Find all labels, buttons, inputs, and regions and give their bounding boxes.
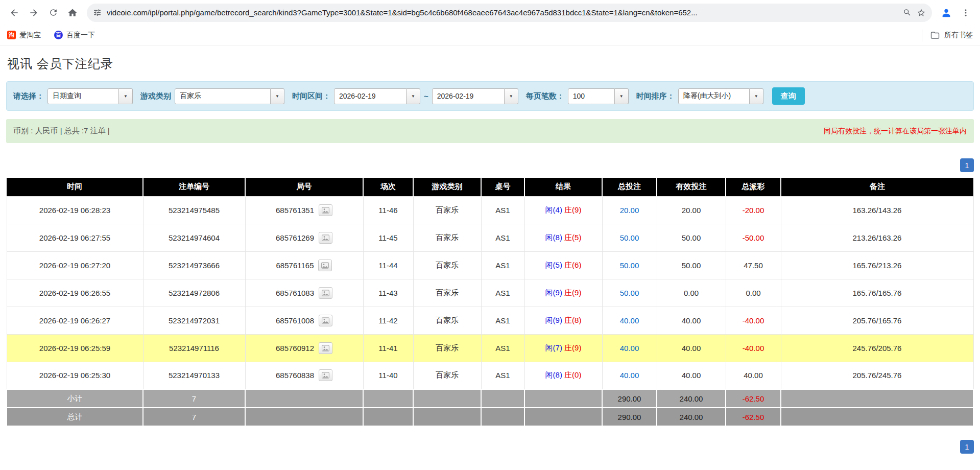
valid-bet-notice: 同局有效投注，统一计算在该局第一张注单内 (824, 127, 967, 136)
page-size-input[interactable] (568, 88, 615, 104)
refresh-button[interactable] (44, 4, 62, 22)
bookmark-baidu[interactable]: 百 百度一下 (54, 31, 95, 40)
browser-menu-icon[interactable] (957, 4, 975, 22)
url-text: videoie.com/ipl/portal.php/game/betrecor… (107, 8, 898, 17)
video-replay-icon[interactable] (318, 260, 332, 271)
round-id-text: 685761165 (276, 261, 314, 270)
header-session: 场次 (363, 178, 413, 196)
cell-total-bet[interactable]: 50.00 (602, 251, 657, 279)
video-replay-icon[interactable] (319, 315, 332, 326)
select-type-dropdown-icon[interactable]: ▼ (119, 88, 133, 104)
video-replay-icon[interactable] (319, 204, 332, 216)
subtotal-total-bet: 290.00 (602, 389, 657, 408)
bookmark-aitaobao[interactable]: 淘 爱淘宝 (7, 31, 41, 40)
cell-total-bet[interactable]: 20.00 (602, 196, 657, 224)
subtotal-payout: -62.50 (726, 389, 781, 408)
cell-total-bet[interactable]: 50.00 (602, 279, 657, 307)
result-player: 闲(7) (545, 343, 562, 352)
page-1-button[interactable]: 1 (960, 440, 974, 454)
forward-button[interactable] (25, 4, 43, 22)
date-from-dropdown-icon[interactable]: ▼ (407, 88, 420, 104)
cell-session: 11-46 (363, 196, 413, 224)
cell-remark: 205.76/245.76 (781, 362, 973, 389)
game-type-input[interactable] (175, 88, 271, 104)
cell-bet-id: 523214971116 (143, 334, 245, 362)
cell-round-id: 685761008 (245, 307, 363, 334)
bookmark-star-icon[interactable] (917, 8, 926, 17)
all-bookmarks[interactable]: 所有书签 (922, 29, 973, 41)
date-from-input[interactable] (334, 88, 407, 104)
game-type-dropdown-icon[interactable]: ▼ (271, 88, 284, 104)
cell-remark: 165.76/165.76 (781, 279, 973, 307)
sort-dropdown-icon[interactable]: ▼ (750, 88, 763, 104)
cell-bet-id: 523214974604 (143, 224, 245, 251)
page-content: 视讯 会员下注纪录 请选择： ▼ 游戏类别 ▼ 时间区间： ▼ ~ ▼ 每页笔数… (0, 45, 980, 454)
back-button[interactable] (5, 4, 23, 22)
cell-session: 11-43 (363, 279, 413, 307)
query-button[interactable]: 查询 (772, 87, 805, 105)
video-replay-icon[interactable] (319, 287, 332, 299)
video-replay-icon[interactable] (319, 342, 332, 354)
aitaobao-favicon: 淘 (7, 31, 16, 39)
total-label: 总计 (7, 408, 143, 426)
page-size-dropdown-icon[interactable]: ▼ (615, 88, 629, 104)
round-id-text: 685761269 (276, 233, 314, 242)
site-info-icon[interactable] (93, 8, 102, 17)
subtotal-count: 7 (143, 389, 245, 408)
cell-total-bet[interactable]: 40.00 (602, 334, 657, 362)
total-row: 总计 7 290.00 240.00 -62.50 (7, 408, 973, 426)
select-type-label: 请选择： (13, 91, 44, 101)
table-row: 2026-02-19 06:27:55 523214974604 6857612… (7, 224, 973, 251)
table-row: 2026-02-19 06:27:20 523214973666 6857611… (7, 251, 973, 279)
zoom-icon[interactable] (903, 8, 912, 17)
bookmark-label: 百度一下 (66, 31, 95, 40)
cell-round-id: 685761083 (245, 279, 363, 307)
cell-game-type: 百家乐 (413, 334, 481, 362)
header-round-id: 局号 (245, 178, 363, 196)
round-id-text: 685760838 (276, 371, 314, 380)
result-banker: 庄(8) (564, 316, 581, 324)
cell-game-type: 百家乐 (413, 196, 481, 224)
cell-payout: -40.00 (726, 307, 781, 334)
cell-table-no: AS1 (481, 224, 524, 251)
date-to-input[interactable] (432, 88, 505, 104)
date-to-dropdown-icon[interactable]: ▼ (505, 88, 518, 104)
round-id-text: 685760912 (276, 344, 314, 353)
video-replay-icon[interactable] (319, 369, 332, 381)
cell-remark: 165.76/213.26 (781, 251, 973, 279)
cell-result: 闲(4) 庄(9) (524, 196, 602, 224)
select-type-input[interactable] (47, 88, 119, 104)
cell-bet-id: 523214973666 (143, 251, 245, 279)
cell-total-bet[interactable]: 40.00 (602, 362, 657, 389)
home-button[interactable] (63, 4, 82, 22)
video-replay-icon[interactable] (319, 232, 332, 244)
cell-session: 11-45 (363, 224, 413, 251)
cell-payout: -40.00 (726, 334, 781, 362)
cell-valid-bet: 40.00 (657, 334, 726, 362)
total-payout: -62.50 (726, 408, 781, 426)
table-row: 2026-02-19 06:28:23 523214975485 6857613… (7, 196, 973, 224)
total-count: 7 (143, 408, 245, 426)
cell-payout: -20.00 (726, 196, 781, 224)
cell-time: 2026-02-19 06:26:27 (7, 307, 143, 334)
total-total-bet: 290.00 (602, 408, 657, 426)
browser-toolbar: videoie.com/ipl/portal.php/game/betrecor… (0, 0, 980, 25)
sort-combo: ▼ (678, 88, 763, 104)
cell-result: 闲(7) 庄(9) (524, 334, 602, 362)
cell-total-bet[interactable]: 50.00 (602, 224, 657, 251)
address-bar[interactable]: videoie.com/ipl/portal.php/game/betrecor… (87, 4, 932, 22)
cell-total-bet[interactable]: 40.00 (602, 307, 657, 334)
header-table-no: 桌号 (481, 178, 524, 196)
sort-input[interactable] (678, 88, 750, 104)
table-header: 时间 注单编号 局号 场次 游戏类别 桌号 结果 总投注 有效投注 总派彩 备注 (7, 178, 973, 196)
cell-game-type: 百家乐 (413, 279, 481, 307)
cell-bet-id: 523214972031 (143, 307, 245, 334)
page-1-button[interactable]: 1 (960, 158, 974, 172)
profile-avatar[interactable] (937, 4, 955, 22)
cell-result: 闲(9) 庄(8) (524, 307, 602, 334)
cell-round-id: 685761269 (245, 224, 363, 251)
game-type-combo: ▼ (175, 88, 284, 104)
cell-valid-bet: 40.00 (657, 362, 726, 389)
cell-session: 11-44 (363, 251, 413, 279)
table-row: 2026-02-19 06:25:30 523214970133 6857608… (7, 362, 973, 389)
